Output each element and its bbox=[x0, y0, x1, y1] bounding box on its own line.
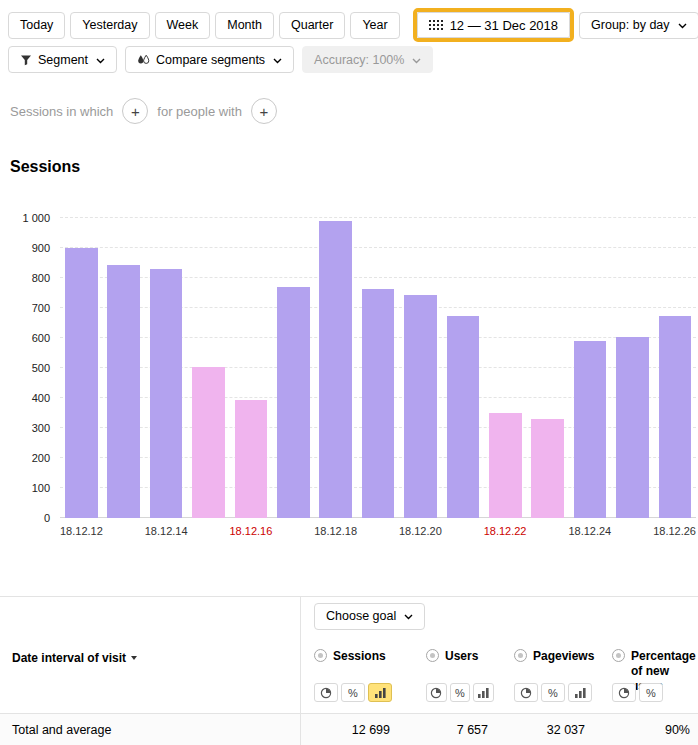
compare-segments-label: Compare segments bbox=[156, 53, 265, 67]
column-label: Sessions bbox=[333, 649, 386, 664]
goal-row: Choose goal bbox=[0, 597, 698, 635]
x-axis-label bbox=[611, 525, 653, 537]
bar-18.12.18[interactable] bbox=[319, 221, 352, 518]
period-today-button[interactable]: Today bbox=[8, 12, 65, 39]
bar-18.12.20[interactable] bbox=[404, 295, 437, 519]
column-label: Users bbox=[445, 649, 478, 664]
y-axis-label: 900 bbox=[32, 242, 50, 254]
for-people-with-label: for people with bbox=[157, 104, 242, 119]
bar-18.12.24[interactable] bbox=[574, 341, 607, 518]
bar-slot bbox=[357, 218, 399, 518]
chart-bars bbox=[60, 218, 696, 518]
total-sessions: 12 699 bbox=[300, 723, 412, 737]
y-axis-label: 700 bbox=[32, 302, 50, 314]
y-axis-label: 0 bbox=[44, 512, 50, 524]
bar-slot bbox=[442, 218, 484, 518]
compare-segments-dropdown[interactable]: Compare segments bbox=[125, 46, 294, 73]
metric-radio[interactable] bbox=[612, 649, 625, 662]
period-quarter-button[interactable]: Quarter bbox=[279, 12, 345, 39]
total-label: Total and average bbox=[0, 723, 300, 737]
metric-radio[interactable] bbox=[514, 649, 527, 662]
bar-18.12.21[interactable] bbox=[447, 316, 480, 518]
percent-view-button[interactable]: % bbox=[450, 683, 471, 702]
bar-slot bbox=[102, 218, 144, 518]
condition-row: Sessions in which + for people with + bbox=[10, 98, 277, 124]
metrics-table: Choose goal Date interval of visit Sessi… bbox=[0, 596, 698, 745]
total-row[interactable]: Total and average 12 699 7 657 32 037 90… bbox=[0, 713, 698, 745]
bar-18.12.14[interactable] bbox=[150, 269, 183, 518]
group-by-dropdown[interactable]: Group: by day bbox=[579, 12, 698, 39]
period-year-button[interactable]: Year bbox=[350, 12, 399, 39]
x-axis-label: 18.12.12 bbox=[60, 525, 103, 537]
period-month-button[interactable]: Month bbox=[215, 12, 274, 39]
x-axis-label: 18.12.24 bbox=[568, 525, 611, 537]
bar-18.12.12[interactable] bbox=[65, 248, 98, 518]
bar-18.12.16[interactable] bbox=[235, 400, 268, 519]
accuracy-dropdown[interactable]: Accuracy: 100% bbox=[302, 46, 433, 73]
sessions-in-which-label: Sessions in which bbox=[10, 104, 113, 119]
bars-view-button[interactable] bbox=[368, 683, 392, 702]
segment-dropdown[interactable]: Segment bbox=[8, 46, 117, 73]
metric-radio[interactable] bbox=[314, 649, 327, 662]
dimension-header[interactable]: Date interval of visit bbox=[0, 635, 300, 713]
droplets-icon bbox=[137, 54, 150, 66]
bars-view-button[interactable] bbox=[473, 683, 494, 702]
bar-18.12.25[interactable] bbox=[616, 337, 649, 519]
percent-icon: % bbox=[548, 687, 558, 699]
percent-icon: % bbox=[646, 687, 656, 699]
percent-view-button[interactable]: % bbox=[541, 683, 565, 702]
bar-18.12.22[interactable] bbox=[489, 413, 522, 518]
add-session-condition-button[interactable]: + bbox=[122, 98, 148, 124]
percent-view-button[interactable]: % bbox=[639, 683, 663, 702]
pie-view-button[interactable] bbox=[514, 683, 538, 702]
bar-18.12.15[interactable] bbox=[192, 367, 225, 519]
pie-view-button[interactable] bbox=[426, 683, 447, 702]
bar-18.12.23[interactable] bbox=[531, 419, 564, 518]
date-range-label: 12 — 31 Dec 2018 bbox=[450, 18, 558, 33]
column-label: Pageviews bbox=[533, 649, 594, 664]
x-axis-label: 18.12.16 bbox=[229, 525, 272, 537]
percent-icon: % bbox=[348, 687, 358, 699]
total-new-users-pct: 90% bbox=[598, 723, 698, 737]
date-range-highlight: 12 — 31 Dec 2018 bbox=[413, 8, 574, 42]
accuracy-label: Accuracy: 100% bbox=[314, 53, 404, 67]
bar-slot bbox=[399, 218, 441, 518]
bar-18.12.13[interactable] bbox=[107, 265, 140, 519]
choose-goal-dropdown[interactable]: Choose goal bbox=[314, 603, 425, 630]
total-users: 7 657 bbox=[412, 723, 500, 737]
bar-slot bbox=[654, 218, 696, 518]
view-toggle-group: % bbox=[514, 683, 592, 702]
bar-18.12.17[interactable] bbox=[277, 287, 310, 518]
bar-18.12.19[interactable] bbox=[362, 289, 395, 519]
bar-slot bbox=[314, 218, 356, 518]
bar-slot bbox=[145, 218, 187, 518]
pie-view-button[interactable] bbox=[314, 683, 338, 702]
percent-view-button[interactable]: % bbox=[341, 683, 365, 702]
chart-title: Sessions bbox=[10, 158, 80, 176]
column-header-users: Users % bbox=[412, 635, 500, 713]
chevron-down-icon bbox=[412, 53, 421, 67]
bar-slot bbox=[569, 218, 611, 518]
bar-slot bbox=[272, 218, 314, 518]
period-yesterday-button[interactable]: Yesterday bbox=[70, 12, 149, 39]
bars-view-button[interactable] bbox=[568, 683, 592, 702]
bar-18.12.26[interactable] bbox=[659, 316, 692, 519]
date-range-button[interactable]: 12 — 31 Dec 2018 bbox=[417, 12, 570, 38]
x-axis-label bbox=[188, 525, 230, 537]
add-user-condition-button[interactable]: + bbox=[251, 98, 277, 124]
dimension-label: Date interval of visit bbox=[12, 651, 126, 665]
sessions-chart: 01002003004005006007008009001 000 18.12.… bbox=[0, 218, 698, 537]
pie-view-button[interactable] bbox=[612, 683, 636, 702]
x-axis-label: 18.12.14 bbox=[145, 525, 188, 537]
bar-slot bbox=[484, 218, 526, 518]
funnel-icon bbox=[20, 54, 32, 66]
y-axis-label: 600 bbox=[32, 332, 50, 344]
period-week-button[interactable]: Week bbox=[155, 12, 211, 39]
metric-radio[interactable] bbox=[426, 649, 439, 662]
x-axis-label bbox=[527, 525, 569, 537]
bar-slot bbox=[187, 218, 229, 518]
chevron-down-icon bbox=[96, 53, 105, 67]
choose-goal-label: Choose goal bbox=[326, 609, 396, 623]
segment-toolbar: Segment Compare segments Accuracy: 100% bbox=[8, 46, 433, 73]
x-axis-label bbox=[272, 525, 314, 537]
